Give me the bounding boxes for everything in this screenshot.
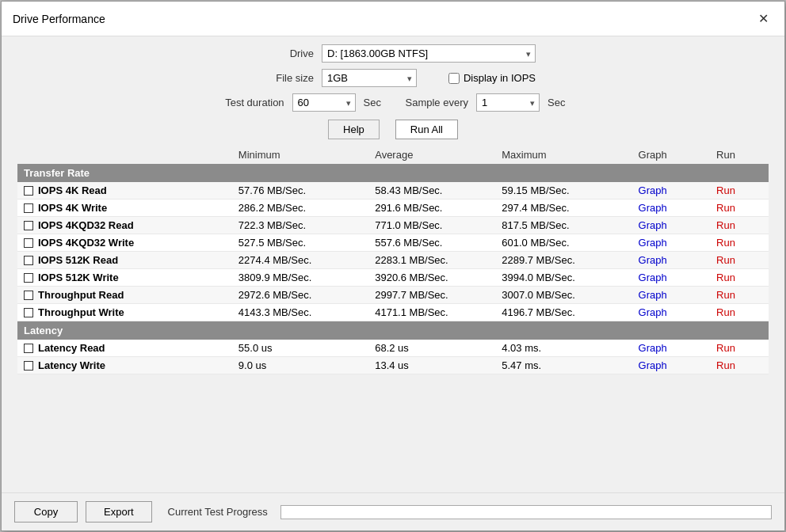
graph-link[interactable]: Graph [639,219,667,231]
run-link[interactable]: Run [716,342,735,354]
duration-row: Test duration 60 30 120 Sec Sample every… [17,93,769,112]
bottom-bar: Copy Export Current Test Progress [2,492,784,530]
display-iops-label[interactable]: Display in IOPS [448,72,536,84]
table-row: Latency Read55.0 us68.2 us4.03 ms.GraphR… [17,340,769,357]
main-window: Drive Performance ✕ Drive D: [1863.00GB … [1,1,785,531]
row-avg: 2997.7 MB/Sec. [368,287,495,304]
row-max: 601.0 MB/Sec. [495,234,631,252]
table-header: Minimum Average Maximum Graph Run [17,146,769,164]
table-body: Transfer RateIOPS 4K Read57.76 MB/Sec.58… [17,164,769,374]
graph-link[interactable]: Graph [639,359,667,371]
graph-link[interactable]: Graph [639,237,667,249]
close-button[interactable]: ✕ [754,10,773,28]
row-min: 527.5 MB/Sec. [232,234,368,252]
row-icon [24,221,33,230]
run-link[interactable]: Run [716,202,735,214]
graph-link[interactable]: Graph [639,342,667,354]
form-area: Drive D: [1863.00GB NTFS] File size 1GB … [17,44,769,112]
run-link[interactable]: Run [716,254,735,266]
row-max: 4196.7 MB/Sec. [495,304,631,321]
sec-label-2: Sec [548,97,565,108]
row-icon [24,238,33,248]
table-row: IOPS 4KQD32 Read722.3 MB/Sec.771.0 MB/Se… [17,217,769,234]
graph-link[interactable]: Graph [639,289,667,301]
run-link[interactable]: Run [716,237,735,249]
graph-link[interactable]: Graph [639,202,667,214]
run-link[interactable]: Run [716,289,735,301]
run-link[interactable]: Run [716,219,735,231]
performance-table: Minimum Average Maximum Graph Run Transf… [17,146,769,374]
row-icon [24,186,33,196]
row-name-text: IOPS 512K Read [38,254,118,266]
row-avg: 68.2 us [368,340,495,357]
row-icon [24,256,33,265]
display-iops-checkbox[interactable] [448,73,460,84]
graph-link[interactable]: Graph [639,254,667,266]
row-avg: 4171.1 MB/Sec. [368,304,495,321]
row-min: 55.0 us [232,340,368,357]
filesize-select-wrapper: 1GB 512MB 256MB [322,69,417,87]
duration-select-wrapper: 60 30 120 [292,93,356,112]
row-name-text: IOPS 4K Write [38,202,107,214]
run-link[interactable]: Run [716,359,735,371]
duration-label: Test duration [221,97,284,108]
progress-label: Current Test Progress [168,506,268,518]
sec-label-1: Sec [364,97,381,108]
table-row: IOPS 4K Write286.2 MB/Sec.291.6 MB/Sec.2… [17,200,769,217]
row-max: 4.03 ms. [495,340,631,357]
row-icon [24,344,33,353]
row-name-text: Latency Write [38,359,105,371]
drive-select[interactable]: D: [1863.00GB NTFS] [322,44,536,63]
row-max: 297.4 MB/Sec. [495,200,631,217]
row-name-text: IOPS 4KQD32 Read [38,219,134,231]
row-max: 3007.0 MB/Sec. [495,287,631,304]
export-button[interactable]: Export [86,501,152,522]
copy-button[interactable]: Copy [14,501,78,522]
row-icon [24,361,33,370]
table-row: IOPS 512K Read2274.4 MB/Sec.2283.1 MB/Se… [17,252,769,269]
sample-select[interactable]: 1 2 5 [476,93,540,112]
section-header-1: Latency [17,321,769,340]
col-header-minimum: Minimum [232,146,368,164]
table-row: Throughput Read2972.6 MB/Sec.2997.7 MB/S… [17,287,769,304]
table-row: IOPS 4K Read57.76 MB/Sec.58.43 MB/Sec.59… [17,182,769,200]
row-name-text: Latency Read [38,342,105,354]
table-row: Throughput Write4143.3 MB/Sec.4171.1 MB/… [17,304,769,321]
help-button[interactable]: Help [328,120,380,139]
row-avg: 771.0 MB/Sec. [368,217,495,234]
graph-link[interactable]: Graph [639,184,667,196]
row-min: 3809.9 MB/Sec. [232,269,368,287]
row-icon [24,291,33,300]
row-max: 2289.7 MB/Sec. [495,252,631,269]
table-area: Minimum Average Maximum Graph Run Transf… [17,146,769,484]
row-max: 59.15 MB/Sec. [495,182,631,200]
drive-select-wrapper: D: [1863.00GB NTFS] [322,44,536,63]
graph-link[interactable]: Graph [639,306,667,318]
progress-bar [280,505,772,519]
col-header-maximum: Maximum [495,146,631,164]
col-header-graph: Graph [632,146,710,164]
section-header-0: Transfer Rate [17,164,769,182]
run-link[interactable]: Run [716,184,735,196]
row-avg: 2283.1 MB/Sec. [368,252,495,269]
row-min: 4143.3 MB/Sec. [232,304,368,321]
sample-label: Sample every [405,97,468,108]
row-min: 2274.4 MB/Sec. [232,252,368,269]
row-name-text: Throughput Write [38,306,124,318]
content-area: Drive D: [1863.00GB NTFS] File size 1GB … [2,36,784,492]
filesize-label: File size [250,72,314,84]
run-link[interactable]: Run [716,272,735,283]
row-min: 9.0 us [232,357,368,374]
run-all-button[interactable]: Run All [395,120,458,139]
row-max: 5.47 ms. [495,357,631,374]
row-min: 2972.6 MB/Sec. [232,287,368,304]
run-link[interactable]: Run [716,306,735,318]
graph-link[interactable]: Graph [639,272,667,283]
button-row: Help Run All [17,120,769,139]
row-avg: 58.43 MB/Sec. [368,182,495,200]
col-header-name [17,146,232,164]
row-name-text: IOPS 4KQD32 Write [38,237,134,249]
row-icon [24,273,33,283]
filesize-select[interactable]: 1GB 512MB 256MB [322,69,417,87]
duration-select[interactable]: 60 30 120 [292,93,356,112]
